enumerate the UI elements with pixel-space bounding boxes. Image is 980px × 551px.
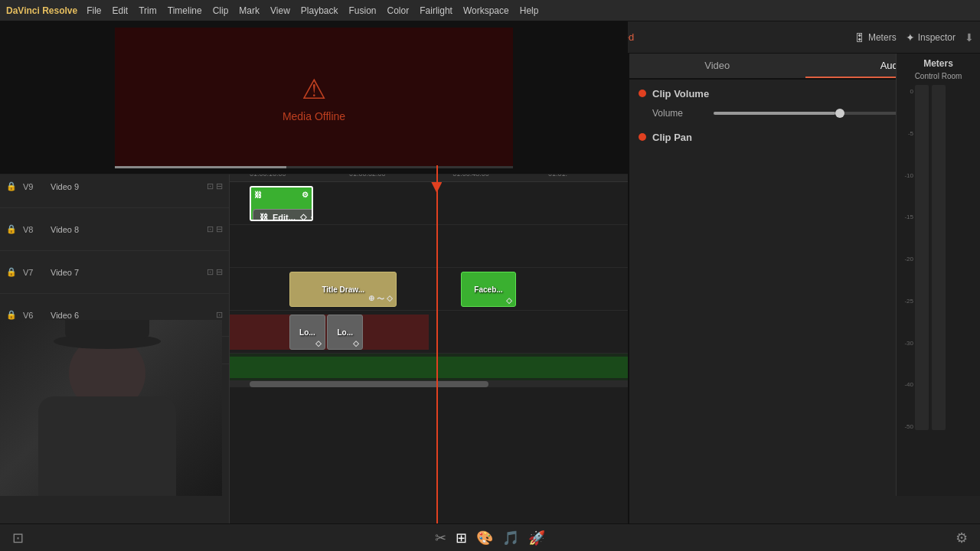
meters-button[interactable]: 🎛 Meters xyxy=(854,31,897,44)
popup-diamond-icon: ◇ xyxy=(300,212,306,221)
meter-scale-area: 0 -5 -10 -15 -20 -25 -30 -40 -50 xyxy=(900,85,977,491)
diamond-icon-2: ◇ xyxy=(506,296,512,305)
menu-color[interactable]: Color xyxy=(387,5,410,16)
track-header-v6: 🔒 V6 Video 6 ⊡ xyxy=(0,294,229,337)
menu-workspace[interactable]: Workspace xyxy=(463,5,509,16)
bottom-nav-settings[interactable]: ⚙ xyxy=(956,530,968,546)
header-right-controls: 🎛 Meters ✦ Inspector ⬇ xyxy=(854,31,974,44)
clip-v6-2[interactable]: Lo... ◇ xyxy=(327,315,363,350)
track-view-icon-v6[interactable]: ⊡ xyxy=(216,310,223,320)
bottom-nav-left: ⊡ xyxy=(12,530,24,546)
menu-playback[interactable]: Playback xyxy=(301,5,338,16)
inspector-button[interactable]: ✦ Inspector xyxy=(906,31,956,44)
popup-arrow-icon: ◇ xyxy=(311,212,313,221)
track-audio-icon-v7[interactable]: ⊟ xyxy=(216,267,223,277)
preview-progress-fill xyxy=(115,166,286,168)
track-view-icon-v9[interactable]: ⊡ xyxy=(207,181,214,191)
track-content-audio xyxy=(230,354,628,381)
volume-slider-thumb[interactable] xyxy=(835,109,844,118)
app-logo[interactable]: DaVinci Resolve xyxy=(6,5,77,16)
clip-v7-1-icons: ⊕ 〜 ◇ xyxy=(368,294,393,305)
meters-panel: Meters Control Room 0 -5 -10 -15 -20 -25… xyxy=(896,54,980,496)
bottom-nav-center: ✂ ⊞ 🎨 🎵 🚀 xyxy=(435,530,545,546)
track-headers: 🔒 V9 Video 9 ⊡ ⊟ 🔒 V8 Vide xyxy=(0,165,230,523)
meter-bar-left xyxy=(915,85,929,430)
menu-mark[interactable]: Mark xyxy=(239,5,260,16)
menu-fairlight[interactable]: Fairlight xyxy=(420,5,452,16)
meters-subtitle: Control Room xyxy=(900,72,977,80)
bottom-nav-color[interactable]: 🎨 xyxy=(476,530,493,546)
meter-bars xyxy=(915,85,946,430)
move-icon: ⊕ xyxy=(368,294,374,305)
clip-pan-enable-dot[interactable] xyxy=(639,133,646,141)
clip-volume-enable-dot[interactable] xyxy=(639,90,646,97)
track-content-v9: ⛓ ⚙ ⛓ Edit... ◇ ◇ xyxy=(230,182,628,225)
menu-fusion[interactable]: Fusion xyxy=(349,5,377,16)
bottom-bar: ⊡ ✂ ⊞ 🎨 🎵 🚀 ⚙ xyxy=(0,523,980,551)
warning-icon: ⚠ xyxy=(302,73,326,106)
timeline-scroll-thumb[interactable] xyxy=(250,381,488,387)
menu-clip[interactable]: Clip xyxy=(213,5,229,16)
track-id-v8: V8 xyxy=(23,225,44,234)
right-panel: Video Audio Clip Volume ◇ ↺ xyxy=(628,54,980,523)
lock-icon-v7[interactable]: 🔒 xyxy=(6,267,17,277)
timeline-scrollbar[interactable] xyxy=(230,381,628,387)
bottom-nav-edit[interactable]: ⊞ xyxy=(456,530,467,546)
diamond-icon-v6-2: ◇ xyxy=(353,339,359,347)
menu-edit[interactable]: Edit xyxy=(113,5,129,16)
clip-v6-1-label: Lo... xyxy=(296,328,318,337)
edit-label: Edit... xyxy=(273,213,296,222)
track-content-v6: Lo... ◇ Lo... ◇ xyxy=(230,311,628,354)
lock-icon-v6[interactable]: 🔒 xyxy=(6,310,17,320)
menu-view[interactable]: View xyxy=(270,5,290,16)
bottom-nav-cut[interactable]: ✂ xyxy=(435,530,446,546)
track-content-v8 xyxy=(230,225,628,268)
preview-screen: ⚠ Media Offline xyxy=(115,28,513,168)
inspector-tab-video[interactable]: Video xyxy=(629,54,805,78)
track-view-icon-v8[interactable]: ⊡ xyxy=(207,224,214,234)
window-expand-icon[interactable]: ⬇ xyxy=(965,31,974,44)
track-icons-v8: ⊡ ⊟ xyxy=(207,224,223,234)
menu-file[interactable]: File xyxy=(87,5,101,16)
track-audio-icon-v8[interactable]: ⊟ xyxy=(216,224,223,234)
menu-help[interactable]: Help xyxy=(520,5,539,16)
track-header-v7: 🔒 V7 Video 7 ⊡ ⊟ xyxy=(0,251,229,294)
edit-popup[interactable]: ⛓ Edit... ◇ ◇ xyxy=(253,209,313,221)
menu-timeline[interactable]: Timeline xyxy=(168,5,202,16)
clip-v9-1[interactable]: ⛓ ⚙ ⛓ Edit... ◇ ◇ xyxy=(250,186,313,221)
track-audio-icon-v9[interactable]: ⊟ xyxy=(216,181,223,191)
track-label-v8: Video 8 xyxy=(51,225,79,234)
track-header-v8: 🔒 V8 Video 8 ⊡ ⊟ xyxy=(0,208,229,251)
clip-gear-icon: ⚙ xyxy=(302,191,309,199)
preview-progress-bar xyxy=(115,166,513,168)
inspector-label: Inspector xyxy=(918,32,956,43)
clip-link-icon: ⛓ xyxy=(254,191,262,199)
volume-slider-fill xyxy=(714,112,835,115)
clip-v6-2-label: Lo... xyxy=(335,328,357,337)
track-id-v9: V9 xyxy=(23,182,44,191)
track-content-v7: Title Draw... ⊕ 〜 ◇ Faceb... xyxy=(230,268,628,311)
bottom-nav-media-pool[interactable]: ⊡ xyxy=(12,530,24,546)
menu-trim[interactable]: Trim xyxy=(139,5,157,16)
track-icons-v7: ⊡ ⊟ xyxy=(207,267,223,277)
track-id-v7: V7 xyxy=(23,268,44,277)
volume-slider-track[interactable] xyxy=(714,112,910,115)
lock-icon-v8[interactable]: 🔒 xyxy=(6,224,17,234)
bottom-nav-right: ⚙ xyxy=(956,530,968,546)
track-icons-v6: ⊡ xyxy=(216,310,223,320)
meter-bar-right xyxy=(932,85,946,430)
bottom-nav-deliver[interactable]: 🚀 xyxy=(528,530,545,546)
lock-icon-v9[interactable]: 🔒 xyxy=(6,181,17,191)
clip-v7-1[interactable]: Title Draw... ⊕ 〜 ◇ xyxy=(289,272,397,307)
track-id-v6: V6 xyxy=(23,311,44,320)
track-label-v9: Video 9 xyxy=(51,182,79,191)
clip-v7-2[interactable]: Faceb... ◇ xyxy=(461,272,517,307)
volume-slider-wrap xyxy=(714,112,910,115)
link-icon-popup: ⛓ xyxy=(260,213,268,222)
track-content-area[interactable]: 01:00:16:00 01:00:32:00 01:00:48:00 01:0… xyxy=(230,165,628,523)
tracks-container: 🔒 V9 Video 9 ⊡ ⊟ 🔒 V8 Vide xyxy=(0,165,628,523)
track-id-audio: A xyxy=(6,346,28,355)
track-view-icon-v7[interactable]: ⊡ xyxy=(207,267,214,277)
clip-v6-1[interactable]: Lo... ◇ xyxy=(289,315,325,350)
bottom-nav-fairlight[interactable]: 🎵 xyxy=(502,530,519,546)
